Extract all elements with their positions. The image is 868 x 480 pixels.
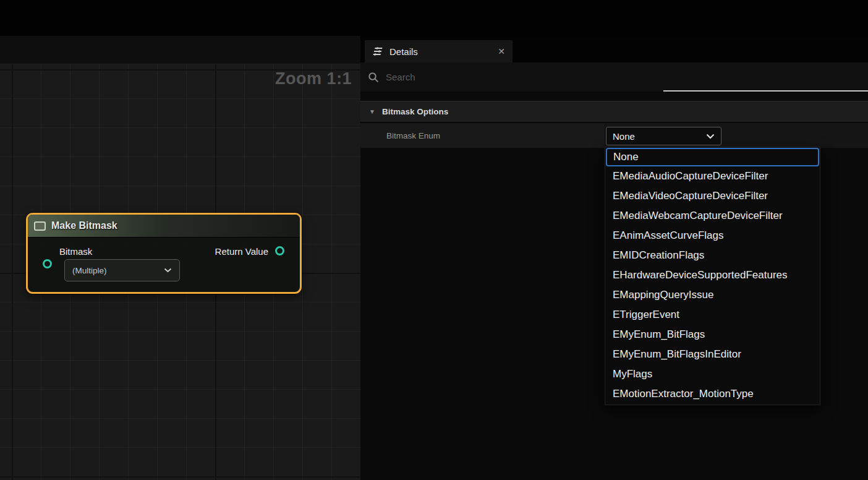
dropdown-item[interactable]: ETriggerEvent: [605, 305, 820, 325]
dropdown-item[interactable]: EMediaVideoCaptureDeviceFilter: [605, 186, 820, 206]
node-header[interactable]: Make Bitmask: [28, 215, 300, 238]
dropdown-item[interactable]: EMappingQueryIssue: [605, 285, 820, 305]
details-panel: Details ✕ ▼ Bitmask Options Bitmask Enum…: [360, 36, 868, 480]
blueprint-graph-panel: Zoom 1:1 Make Bitmask Bitmask (Multiple)…: [0, 36, 360, 480]
return-value-output-pin-icon[interactable]: [275, 246, 284, 255]
search-underline: [663, 90, 868, 92]
make-struct-icon: [34, 221, 46, 231]
node-title: Make Bitmask: [51, 220, 117, 231]
chevron-down-icon: [164, 268, 172, 273]
bitmask-input-pin-icon[interactable]: [43, 259, 52, 268]
dropdown-item[interactable]: EMediaAudioCaptureDeviceFilter: [605, 166, 820, 186]
dropdown-item[interactable]: EMediaWebcamCaptureDeviceFilter: [605, 206, 820, 226]
bitmask-value-text: (Multiple): [72, 266, 107, 275]
dropdown-item[interactable]: EMotionExtractor_MotionType: [605, 384, 820, 404]
dropdown-item[interactable]: EMyEnum_BitFlags: [605, 325, 820, 345]
details-search-bar: [360, 62, 868, 92]
details-tab-bar: Details ✕: [360, 36, 868, 62]
close-icon[interactable]: ✕: [498, 47, 505, 56]
bitmask-input-pin-label: Bitmask: [59, 246, 92, 257]
make-bitmask-node[interactable]: Make Bitmask Bitmask (Multiple) Return V…: [26, 213, 302, 294]
dropdown-item[interactable]: None: [606, 148, 819, 166]
graph-toolbar-strip: [0, 36, 360, 64]
search-input[interactable]: [386, 72, 861, 82]
bitmask-enum-dropdown[interactable]: None: [606, 127, 721, 145]
unreal-blueprint-editor: Zoom 1:1 Make Bitmask Bitmask (Multiple)…: [0, 0, 868, 480]
search-icon: [368, 72, 379, 83]
section-title: Bitmask Options: [382, 107, 448, 116]
dropdown-item[interactable]: MyFlags: [605, 364, 820, 384]
enum-dropdown-menu: None EMediaAudioCaptureDeviceFilter EMed…: [605, 147, 820, 405]
property-label: Bitmask Enum: [386, 123, 440, 148]
bitmask-value-dropdown[interactable]: (Multiple): [64, 259, 180, 281]
dropdown-item[interactable]: EAnimAssetCurveFlags: [605, 226, 820, 246]
dropdown-item[interactable]: EMIDCreationFlags: [605, 246, 820, 265]
zoom-level-label: Zoom 1:1: [275, 69, 352, 88]
expand-triangle-icon: ▼: [369, 109, 375, 115]
dropdown-item[interactable]: EHardwareDeviceSupportedFeatures: [605, 265, 820, 285]
details-tab-title: Details: [389, 46, 418, 57]
details-sliders-icon: [372, 46, 383, 56]
chevron-down-icon: [706, 134, 715, 139]
section-header-bitmask-options[interactable]: ▼ Bitmask Options: [360, 101, 868, 122]
dropdown-item[interactable]: EMyEnum_BitFlagsInEditor: [605, 345, 820, 364]
return-value-pin-label: Return Value: [215, 246, 268, 257]
bitmask-enum-selected-value: None: [613, 131, 635, 142]
tab-details[interactable]: Details ✕: [365, 40, 513, 62]
top-toolbar: [0, 0, 868, 36]
